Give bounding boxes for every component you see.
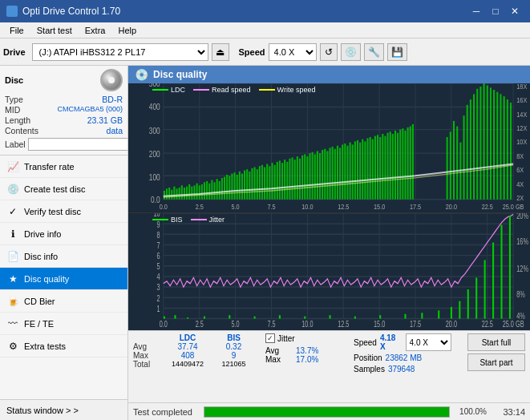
nav-disc-quality[interactable]: ★ Disc quality (0, 268, 127, 290)
svg-rect-231 (484, 260, 486, 318)
svg-rect-94 (289, 159, 290, 200)
svg-rect-216 (204, 316, 205, 318)
svg-rect-105 (317, 151, 318, 199)
svg-text:14X: 14X (516, 110, 527, 119)
nav-extra-tests[interactable]: ⚙ Extra tests (0, 335, 127, 357)
svg-text:15.0: 15.0 (374, 319, 385, 329)
svg-text:300: 300 (149, 126, 160, 135)
svg-text:7.5: 7.5 (267, 202, 275, 211)
drive-select[interactable]: (J:) ATAPI iHBS312 2 PL17 (32, 43, 208, 61)
max-label: Max (133, 351, 164, 360)
nav-fe-te[interactable]: 〰 FE / TE (0, 313, 127, 335)
menu-extra[interactable]: Extra (79, 24, 112, 37)
fe-te-icon: 〰 (6, 317, 19, 330)
svg-rect-163 (510, 103, 512, 200)
svg-text:200: 200 (149, 149, 160, 159)
svg-text:20.0: 20.0 (446, 319, 457, 329)
main-layout: Disc Type BD-R MID CMCMAGBA5 (000) Lengt… (0, 66, 530, 420)
svg-rect-49 (176, 188, 177, 199)
svg-rect-149 (463, 115, 465, 200)
svg-rect-58 (199, 185, 200, 199)
minimize-button[interactable]: ─ (467, 3, 485, 19)
nav-cd-bier[interactable]: 🍺 CD Bier (0, 290, 127, 313)
nav-create-test-disc[interactable]: 💿 Create test disc (0, 178, 127, 200)
nav-verify-test-disc[interactable]: ✓ Verify test disc (0, 200, 127, 223)
speed-select[interactable]: 4.0 X Max 6.0 X 8.0 X (269, 43, 317, 61)
svg-rect-150 (467, 105, 468, 200)
disc-quality-title: Disc quality (153, 69, 207, 80)
write-speed-legend-label: Write speed (277, 86, 316, 94)
disc-quality-icon: ★ (6, 273, 19, 285)
svg-rect-234 (509, 216, 511, 319)
app-title: Opti Drive Control 1.70 (22, 6, 120, 17)
svg-rect-122 (359, 143, 361, 200)
settings-button[interactable]: 🔧 (364, 43, 384, 61)
menu-help[interactable]: Help (111, 24, 143, 37)
create-test-disc-icon: 💿 (6, 183, 19, 196)
speed-select-bottom[interactable]: 4.0 X Max (406, 333, 451, 351)
disc-button[interactable]: 💿 (341, 43, 361, 61)
svg-rect-48 (173, 187, 175, 200)
jitter-checkbox[interactable]: ✓ (265, 333, 275, 343)
refresh-button[interactable]: ↺ (320, 43, 338, 61)
nav-section: 📈 Transfer rate 💿 Create test disc ✓ Ver… (0, 155, 127, 399)
close-button[interactable]: ✕ (506, 3, 524, 19)
svg-rect-68 (224, 177, 225, 200)
svg-rect-91 (281, 163, 283, 200)
nav-disc-info[interactable]: 📄 Disc info (0, 245, 127, 268)
nav-cd-bier-label: CD Bier (24, 297, 55, 306)
start-full-button[interactable]: Start full (467, 333, 525, 351)
progress-bar-fill (204, 407, 449, 417)
svg-rect-124 (364, 141, 366, 199)
svg-rect-47 (171, 190, 172, 200)
svg-rect-59 (201, 184, 203, 200)
avg-label: Avg (133, 342, 164, 351)
svg-rect-131 (382, 134, 383, 200)
start-part-button[interactable]: Start part (467, 353, 525, 371)
disc-quality-header: 💿 Disc quality (128, 66, 530, 83)
svg-rect-67 (221, 178, 223, 200)
svg-rect-84 (264, 168, 265, 200)
menu-start-test[interactable]: Start test (30, 24, 79, 37)
svg-rect-113 (337, 146, 338, 200)
svg-rect-126 (370, 137, 371, 200)
svg-rect-162 (507, 99, 508, 200)
nav-disc-quality-label: Disc quality (24, 274, 69, 284)
svg-text:2: 2 (157, 293, 160, 303)
svg-rect-52 (184, 188, 185, 200)
svg-rect-51 (181, 185, 183, 199)
svg-rect-217 (229, 315, 230, 318)
svg-text:20.0: 20.0 (446, 202, 457, 211)
svg-text:8: 8 (157, 230, 160, 240)
nav-drive-info[interactable]: ℹ Drive info (0, 223, 127, 245)
svg-rect-225 (421, 313, 423, 318)
svg-rect-116 (344, 143, 346, 200)
mid-label: MID (5, 105, 20, 115)
jitter-legend-label: Jitter (209, 216, 225, 224)
jitter-max: 17.0% (296, 355, 344, 364)
nav-transfer-rate[interactable]: 📈 Transfer rate (0, 155, 127, 178)
content-area: 💿 Disc quality LDC Read speed (128, 66, 530, 420)
chart1-legend: LDC Read speed Write speed (152, 86, 315, 94)
svg-rect-137 (397, 133, 399, 200)
eject-button[interactable]: ⏏ (212, 43, 229, 61)
status-window-button[interactable]: Status window > > (0, 399, 127, 420)
nav-disc-info-label: Disc info (24, 252, 58, 261)
maximize-button[interactable]: □ (487, 3, 504, 19)
status-window-label: Status window > > (6, 406, 79, 415)
svg-rect-142 (410, 127, 411, 200)
mid-value: CMCMAGBA5 (000) (57, 105, 123, 115)
svg-rect-151 (470, 99, 471, 200)
save-button[interactable]: 💾 (387, 43, 407, 61)
label-input[interactable] (28, 138, 128, 151)
type-label: Type (5, 95, 23, 104)
svg-rect-156 (487, 86, 488, 200)
menu-file[interactable]: File (3, 24, 30, 37)
svg-rect-221 (330, 315, 331, 318)
speed-label: Speed (239, 47, 265, 57)
svg-rect-112 (334, 149, 336, 200)
ldc-legend-color (152, 89, 168, 91)
svg-text:2.5: 2.5 (196, 319, 204, 329)
svg-rect-160 (500, 94, 501, 199)
svg-rect-54 (188, 184, 190, 200)
